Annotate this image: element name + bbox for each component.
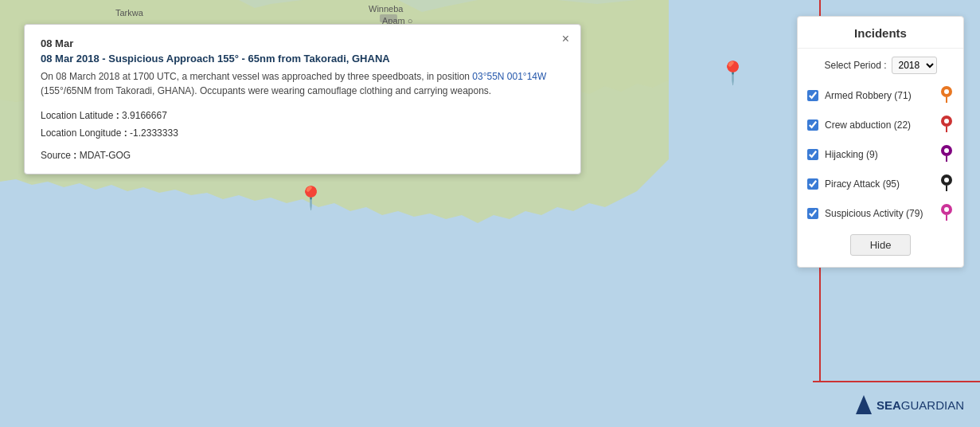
close-button[interactable]: ×: [562, 33, 569, 45]
svg-point-4: [944, 89, 949, 94]
popup-description: On 08 March 2018 at 1700 UTC, a merchant…: [41, 69, 564, 98]
svg-point-16: [944, 207, 949, 212]
incident-row-crew-abduction: Crew abduction (22): [798, 110, 963, 139]
popup-longitude: Location Longitude : -1.2333333: [41, 125, 564, 143]
boundary-line-horizontal: [813, 381, 980, 382]
incident-popup: × 08 Mar 08 Mar 2018 - Suspicious Approa…: [24, 24, 581, 174]
period-select[interactable]: 2018: [892, 57, 937, 74]
label-armed-robbery: Armed Robbery (71): [825, 90, 933, 101]
incident-rows: Armed Robbery (71)Crew abduction (22)Hij…: [798, 80, 963, 228]
popup-desc-text2: (155°/65NM from Takoradi, GHANA). Occupa…: [41, 85, 491, 96]
period-label: Select Period :: [824, 60, 886, 71]
label-hijacking: Hijacking (9): [825, 149, 933, 160]
logo-triangle-icon: [854, 394, 873, 416]
popup-title: 08 Mar 2018 - Suspicious Approach 155° -…: [41, 53, 564, 65]
svg-point-10: [944, 148, 949, 153]
incident-row-piracy-attack: Piracy Attack (95): [798, 169, 963, 198]
popup-latitude: Location Latitude : 3.9166667: [41, 108, 564, 125]
pin-icon-hijacking: [939, 144, 954, 164]
pin-suspicious-activity[interactable]: 📍: [297, 185, 325, 211]
logo-text: SEAGUARDIAN: [877, 398, 964, 412]
label-piracy-attack: Piracy Attack (95): [825, 178, 933, 190]
svg-marker-17: [856, 395, 872, 414]
pin-icon-armed-robbery: [939, 85, 954, 105]
period-row: Select Period : 2018: [798, 49, 963, 80]
svg-point-13: [944, 178, 949, 182]
label-crew-abduction: Crew abduction (22): [825, 119, 933, 131]
checkbox-hijacking[interactable]: [807, 149, 818, 160]
checkbox-piracy-attack[interactable]: [807, 178, 818, 190]
incident-row-armed-robbery: Armed Robbery (71): [798, 80, 963, 110]
checkbox-armed-robbery[interactable]: [807, 90, 818, 101]
pin-icon-crew-abduction: [939, 115, 954, 135]
svg-rect-1: [380, 14, 397, 22]
incident-row-suspicious-activity: Suspicious Activity (79): [798, 198, 963, 228]
pin-armed-robbery[interactable]: 📍: [719, 60, 747, 86]
popup-desc-text1: On 08 March 2018 at 1700 UTC, a merchant…: [41, 71, 472, 82]
pin-icon-suspicious-activity: [939, 203, 954, 223]
checkbox-suspicious-activity[interactable]: [807, 208, 818, 219]
label-suspicious-activity: Suspicious Activity (79): [825, 208, 933, 219]
popup-date: 08 Mar: [41, 37, 564, 49]
incident-row-hijacking: Hijacking (9): [798, 139, 963, 169]
popup-source: Source : MDAT-GOG: [41, 150, 564, 161]
incidents-title: Incidents: [798, 17, 963, 49]
svg-point-7: [944, 119, 949, 123]
pin-icon-piracy-attack: [939, 174, 954, 194]
sea-guardian-logo: SEAGUARDIAN: [854, 394, 964, 416]
incidents-panel: Incidents Select Period : 2018 Armed Rob…: [797, 16, 964, 268]
hide-button[interactable]: Hide: [850, 234, 912, 256]
popup-coords: 03°55N 001°14W: [472, 71, 546, 82]
checkbox-crew-abduction[interactable]: [807, 119, 818, 131]
